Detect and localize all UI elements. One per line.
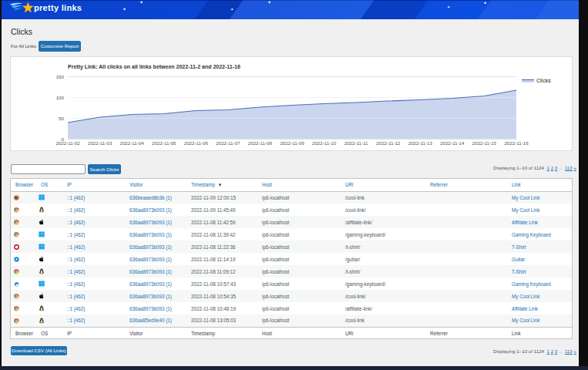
svg-text:Clicks: Clicks (536, 78, 551, 83)
svg-text:2022-11-13: 2022-11-13 (408, 140, 433, 146)
svg-text:Pretty Link: All clicks on all: Pretty Link: All clicks on all links bet… (68, 64, 240, 70)
svg-text:2022-11-14: 2022-11-14 (440, 140, 465, 146)
svg-text:150: 150 (56, 74, 65, 79)
svg-text:2022-11-10: 2022-11-10 (312, 140, 337, 146)
svg-text:2022-11-06: 2022-11-06 (184, 140, 209, 146)
svg-text:2022-11-08: 2022-11-08 (248, 140, 273, 146)
svg-text:50: 50 (59, 116, 64, 121)
svg-text:2022-11-11: 2022-11-11 (344, 140, 368, 146)
svg-text:2022-11-03: 2022-11-03 (88, 140, 113, 146)
svg-text:2022-11-07: 2022-11-07 (216, 140, 240, 146)
svg-text:2022-11-15: 2022-11-15 (472, 140, 497, 146)
svg-text:2022-11-12: 2022-11-12 (376, 140, 401, 146)
svg-text:2022-11-16: 2022-11-16 (504, 140, 529, 146)
svg-text:2022-11-02: 2022-11-02 (55, 140, 80, 146)
svg-text:2022-11-05: 2022-11-05 (152, 140, 176, 146)
svg-text:100: 100 (56, 95, 65, 100)
svg-text:2022-11-09: 2022-11-09 (280, 140, 304, 146)
svg-text:2022-11-04: 2022-11-04 (119, 140, 144, 146)
